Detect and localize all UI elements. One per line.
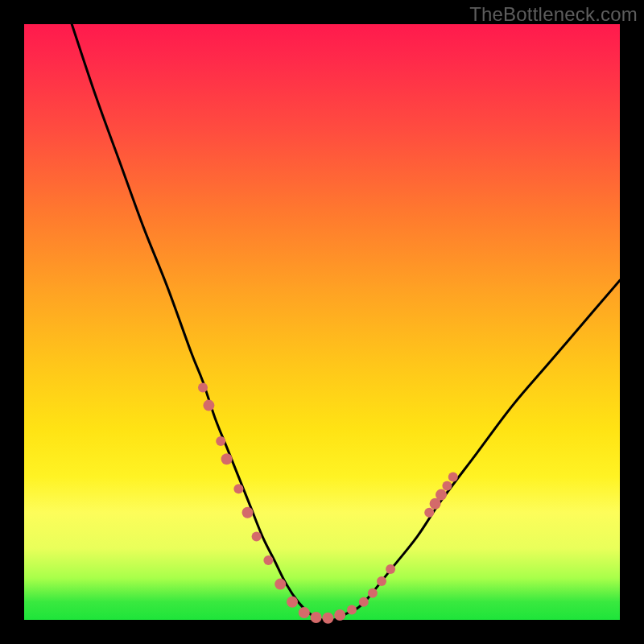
- curve-marker: [275, 579, 286, 590]
- curve-marker: [287, 597, 298, 608]
- curve-marker: [198, 382, 208, 392]
- marker-group: [198, 382, 458, 623]
- curve-marker: [448, 472, 458, 481]
- curve-svg: [24, 24, 620, 620]
- curve-marker: [299, 607, 310, 618]
- curve-marker: [252, 531, 262, 541]
- curve-marker: [203, 400, 214, 411]
- curve-marker: [334, 609, 345, 621]
- chart-frame: TheBottleneck.com: [0, 0, 644, 644]
- curve-marker: [242, 507, 254, 518]
- bottleneck-curve: [72, 24, 620, 621]
- curve-marker: [442, 481, 452, 491]
- curve-marker: [233, 484, 243, 493]
- curve-marker: [322, 613, 333, 624]
- curve-marker: [347, 605, 357, 614]
- curve-marker: [221, 453, 233, 464]
- curve-marker: [263, 555, 273, 565]
- watermark-text: TheBottleneck.com: [469, 3, 638, 26]
- curve-marker: [424, 508, 434, 518]
- curve-marker: [311, 612, 322, 623]
- curve-marker: [359, 597, 369, 607]
- curve-marker: [436, 489, 447, 501]
- curve-marker: [368, 588, 378, 598]
- plot-area: [24, 24, 620, 620]
- curve-marker: [216, 436, 225, 446]
- curve-marker: [377, 576, 386, 586]
- curve-marker: [386, 564, 395, 574]
